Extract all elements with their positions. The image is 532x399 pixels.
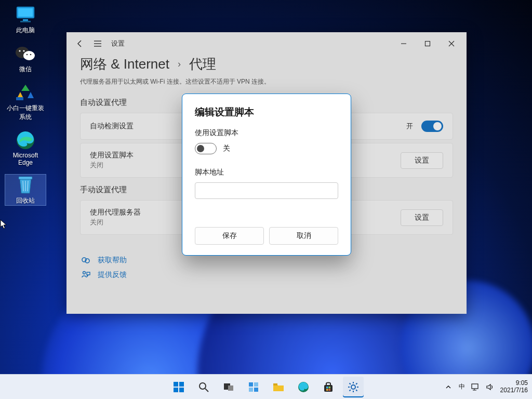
svg-rect-27: [174, 382, 178, 387]
clock-time: 9:05: [516, 380, 528, 387]
volume-icon[interactable]: [486, 383, 494, 391]
dialog-label-script-address: 脚本地址: [195, 168, 338, 177]
folder-icon: [272, 382, 285, 392]
start-button[interactable]: [168, 377, 189, 397]
use-script-toggle[interactable]: [195, 143, 217, 154]
svg-rect-30: [179, 388, 184, 392]
edge-icon: [298, 381, 309, 393]
svg-line-32: [205, 389, 208, 392]
network-icon[interactable]: [471, 383, 480, 391]
search-button[interactable]: [193, 377, 214, 397]
tray-overflow-button[interactable]: [444, 383, 453, 391]
recycle-bin-icon: [17, 175, 34, 195]
desktop-icon-edge[interactable]: Microsoft Edge: [5, 130, 46, 166]
svg-rect-43: [329, 387, 331, 389]
edge-button[interactable]: [293, 377, 314, 397]
dialog-label-use-script: 使用设置脚本: [195, 128, 338, 138]
svg-line-53: [356, 383, 357, 384]
settings-taskbar-button[interactable]: [343, 377, 364, 397]
taskbar-center: [168, 377, 364, 397]
wechat-icon: [15, 44, 36, 63]
svg-rect-28: [179, 382, 184, 387]
svg-rect-35: [249, 382, 253, 387]
svg-rect-12: [19, 177, 32, 179]
desktop-icon-label: Microsoft Edge: [5, 152, 46, 166]
desktop-icon-label: 此电脑: [16, 26, 35, 35]
toggle-state-label: 关: [223, 144, 230, 153]
task-view-button[interactable]: [218, 377, 239, 397]
search-icon: [198, 381, 209, 393]
svg-rect-41: [324, 385, 332, 392]
task-view-icon: [223, 382, 234, 392]
script-address-input[interactable]: [195, 182, 338, 199]
svg-rect-10: [16, 97, 23, 100]
desktop-icon-label: 微信: [19, 65, 32, 74]
widgets-icon: [248, 381, 259, 393]
desktop-icons: 此电脑 微信 小白一键重装系统 Microsoft Edge 回收站: [5, 4, 46, 205]
svg-rect-42: [326, 387, 328, 389]
svg-rect-1: [18, 8, 33, 17]
windows-logo-icon: [173, 381, 184, 393]
chevron-up-icon: [445, 384, 451, 390]
dialog-scrim: 编辑设置脚本 使用设置脚本 关 脚本地址 保存 取消: [66, 32, 467, 314]
gear-icon: [348, 381, 359, 393]
store-icon: [323, 381, 334, 393]
svg-point-9: [30, 54, 32, 56]
svg-rect-2: [23, 19, 28, 21]
clock[interactable]: 9:05 2021/7/16: [500, 380, 528, 394]
svg-line-51: [350, 383, 351, 384]
taskbar: 中 9:05 2021/7/16: [0, 374, 532, 399]
svg-line-52: [356, 390, 357, 391]
monitor-icon: [15, 6, 36, 23]
svg-point-7: [23, 50, 24, 51]
mouse-cursor-icon: [0, 219, 7, 230]
svg-point-46: [351, 385, 355, 389]
file-explorer-button[interactable]: [268, 377, 289, 397]
svg-rect-45: [329, 389, 331, 391]
edge-icon: [15, 130, 36, 151]
svg-rect-55: [472, 384, 478, 389]
svg-rect-29: [174, 388, 178, 392]
desktop-icon-label: 回收站: [16, 196, 35, 205]
svg-rect-44: [326, 389, 328, 391]
desktop-icon-recycle-bin[interactable]: 回收站: [5, 175, 46, 205]
desktop-icon-this-pc[interactable]: 此电脑: [5, 4, 46, 35]
svg-rect-3: [20, 21, 31, 22]
cancel-button[interactable]: 取消: [269, 227, 338, 245]
system-tray: 中 9:05 2021/7/16: [444, 375, 528, 399]
svg-rect-39: [273, 383, 277, 385]
save-button[interactable]: 保存: [195, 227, 264, 245]
svg-point-5: [23, 51, 35, 60]
edit-script-dialog: 编辑设置脚本 使用设置脚本 关 脚本地址 保存 取消: [182, 94, 351, 256]
svg-rect-34: [228, 385, 233, 391]
desktop-icon-xiaobai[interactable]: 小白一键重装系统: [5, 82, 46, 122]
desktop-icon-wechat[interactable]: 微信: [5, 43, 46, 74]
dialog-title: 编辑设置脚本: [195, 105, 338, 119]
svg-rect-37: [249, 388, 253, 392]
svg-point-6: [19, 50, 20, 51]
desktop-icon-label: 小白一键重装系统: [5, 104, 46, 122]
ime-indicator[interactable]: 中: [459, 382, 465, 391]
svg-point-8: [26, 54, 28, 56]
settings-window: 设置 网络 & Internet › 代理 代理服务器用于以太网或 Wi-Fi …: [66, 32, 467, 314]
store-button[interactable]: [318, 377, 339, 397]
clock-date: 2021/7/16: [500, 387, 528, 394]
svg-rect-36: [254, 382, 258, 387]
svg-point-31: [200, 383, 206, 389]
widgets-button[interactable]: [243, 377, 264, 397]
recycle-arrows-icon: [15, 83, 36, 102]
svg-rect-38: [254, 388, 258, 392]
svg-line-54: [350, 390, 351, 391]
